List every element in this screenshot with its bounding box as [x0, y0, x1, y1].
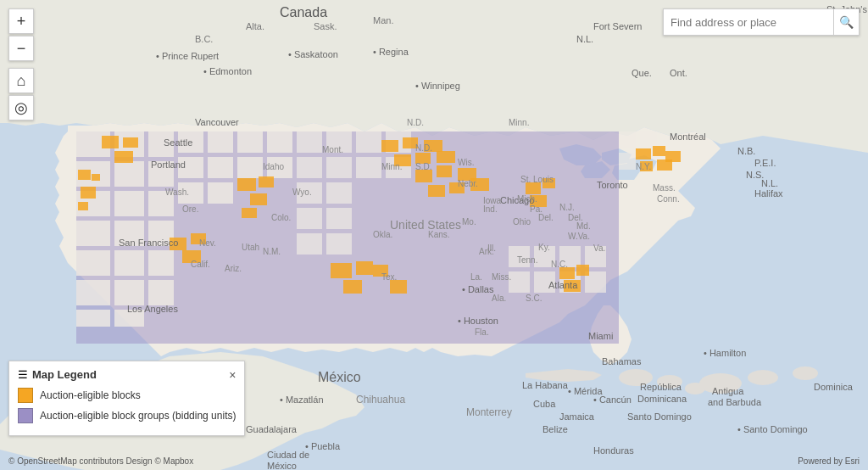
svg-text:United States: United States — [390, 218, 461, 232]
svg-rect-24 — [114, 280, 144, 305]
zoom-out-button[interactable]: − — [8, 36, 34, 61]
svg-text:• Hamilton: • Hamilton — [704, 348, 746, 358]
map-container[interactable]: Canada United States México Monterrey Ch… — [0, 0, 868, 470]
svg-text:Conn.: Conn. — [657, 194, 680, 204]
svg-text:Kans.: Kans. — [428, 230, 450, 239]
svg-rect-38 — [297, 131, 322, 153]
svg-text:N.C.: N.C. — [551, 260, 568, 269]
svg-text:México: México — [267, 461, 297, 470]
svg-text:Idaho: Idaho — [263, 162, 284, 171]
svg-text:N.L.: N.L. — [761, 178, 778, 188]
svg-text:Jamaica: Jamaica — [559, 411, 595, 422]
svg-text:Alta.: Alta. — [246, 21, 264, 31]
attribution-right: Powered by Esri — [798, 456, 860, 466]
svg-text:Tex.: Tex. — [381, 272, 397, 282]
svg-text:Toronto: Toronto — [597, 180, 628, 190]
svg-text:• Houston: • Houston — [458, 316, 498, 326]
svg-text:Guadalajara: Guadalajara — [246, 424, 298, 434]
svg-text:Colo.: Colo. — [271, 213, 291, 222]
svg-text:Ky.: Ky. — [538, 243, 550, 252]
svg-rect-65 — [78, 202, 88, 210]
search-icon: 🔍 — [839, 15, 854, 29]
svg-text:Mich.: Mich. — [517, 194, 537, 204]
search-input[interactable] — [664, 9, 833, 35]
svg-text:Belize: Belize — [542, 424, 568, 434]
svg-rect-64 — [81, 187, 96, 199]
svg-rect-44 — [297, 208, 322, 229]
svg-text:Mass.: Mass. — [653, 183, 676, 193]
gps-button[interactable]: ◎ — [8, 95, 34, 120]
legend-item-blocks: Auction-eligible blocks — [18, 388, 236, 403]
legend-title: Map Legend — [32, 368, 97, 381]
svg-rect-88 — [381, 140, 398, 152]
svg-text:Mont.: Mont. — [322, 145, 343, 154]
svg-text:Man.: Man. — [373, 15, 393, 25]
legend-title-row: ☰ Map Legend — [18, 368, 97, 381]
svg-text:• Mazatlán: • Mazatlán — [280, 394, 324, 405]
legend-label-blocks: Auction-eligible blocks — [40, 389, 141, 401]
svg-text:Miss.: Miss. — [492, 272, 511, 282]
svg-text:Antigua: Antigua — [712, 386, 744, 396]
svg-text:Monterrey: Monterrey — [466, 406, 512, 418]
svg-rect-76 — [242, 208, 257, 218]
legend-close-button[interactable]: × — [229, 369, 236, 381]
svg-text:Cuba: Cuba — [533, 399, 556, 409]
svg-text:N.B.: N.B. — [737, 146, 755, 156]
svg-rect-63 — [78, 170, 91, 180]
svg-text:St. Louis: St. Louis — [520, 175, 554, 184]
legend-header: ☰ Map Legend × — [18, 368, 236, 381]
svg-text:Sask.: Sask. — [314, 21, 337, 31]
svg-rect-85 — [428, 185, 445, 197]
svg-rect-41 — [326, 157, 352, 178]
svg-rect-73 — [237, 178, 256, 191]
svg-rect-20 — [76, 250, 110, 276]
svg-text:Minn.: Minn. — [509, 118, 529, 127]
svg-text:Chihuahua: Chihuahua — [356, 394, 405, 406]
home-button[interactable]: ⌂ — [8, 68, 34, 93]
svg-rect-79 — [343, 280, 362, 294]
svg-rect-25 — [148, 280, 174, 305]
svg-rect-45 — [326, 208, 352, 229]
attribution-left: © OpenStreetMap contributors Design © Ma… — [8, 456, 193, 466]
svg-rect-102 — [559, 267, 575, 279]
svg-rect-66 — [92, 174, 100, 181]
svg-text:República: República — [640, 382, 682, 392]
search-button[interactable]: 🔍 — [833, 9, 859, 35]
svg-rect-82 — [415, 170, 432, 182]
svg-text:• Cancún: • Cancún — [593, 394, 632, 405]
svg-text:N.Y.: N.Y. — [636, 162, 651, 171]
svg-rect-26 — [76, 310, 110, 327]
svg-text:Wyo.: Wyo. — [292, 187, 312, 197]
svg-text:La.: La. — [470, 272, 482, 282]
svg-text:• Dallas: • Dallas — [462, 284, 494, 294]
svg-text:Minn.: Minn. — [381, 162, 402, 171]
svg-text:• Saskatoon: • Saskatoon — [288, 49, 338, 59]
svg-text:Atlanta: Atlanta — [548, 280, 578, 290]
svg-rect-54 — [619, 153, 636, 170]
svg-text:N.M.: N.M. — [263, 247, 281, 256]
svg-rect-74 — [259, 176, 274, 187]
svg-text:Dominica: Dominica — [814, 382, 854, 392]
svg-text:Wis.: Wis. — [458, 158, 474, 167]
search-bar: 🔍 — [663, 8, 860, 36]
svg-rect-35 — [267, 131, 292, 153]
svg-text:Nev.: Nev. — [199, 238, 216, 248]
svg-text:• Puebla: • Puebla — [305, 441, 341, 451]
svg-rect-50 — [356, 157, 381, 178]
svg-text:Pa.: Pa. — [530, 204, 542, 214]
svg-rect-67 — [102, 136, 119, 148]
svg-text:and Barbuda: and Barbuda — [708, 397, 762, 407]
svg-rect-47 — [326, 233, 352, 255]
svg-rect-77 — [331, 263, 352, 278]
svg-text:Wash.: Wash. — [165, 187, 189, 197]
svg-text:Fla.: Fla. — [475, 327, 489, 337]
svg-text:B.C.: B.C. — [195, 34, 213, 44]
svg-text:Miami: Miami — [588, 331, 613, 341]
svg-rect-17 — [76, 221, 110, 246]
svg-text:S.C.: S.C. — [526, 294, 542, 303]
zoom-in-button[interactable]: + — [8, 8, 34, 34]
svg-text:Mo.: Mo. — [462, 217, 476, 227]
svg-text:Bahamas: Bahamas — [602, 356, 642, 366]
legend-swatch-purple — [18, 408, 33, 423]
svg-text:Ohio: Ohio — [513, 217, 531, 227]
